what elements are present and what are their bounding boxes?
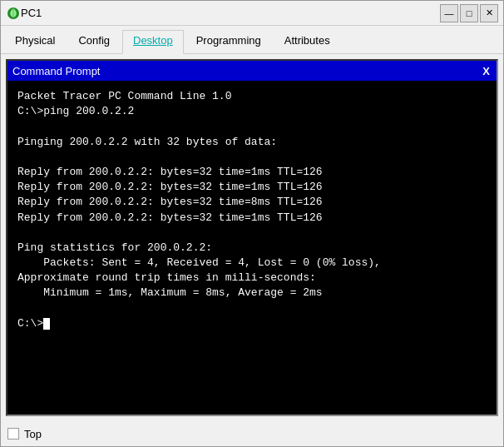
- bottom-bar: Top: [1, 421, 503, 446]
- main-window: PC1 — □ ✕ Physical Config Desktop Progra…: [0, 0, 504, 447]
- cmd-close-button[interactable]: X: [481, 65, 492, 77]
- top-label: Top: [24, 428, 42, 440]
- tab-bar: Physical Config Desktop Programming Attr…: [1, 26, 503, 54]
- cmd-title: Command Prompt: [12, 65, 100, 77]
- maximize-button[interactable]: □: [460, 4, 478, 22]
- command-prompt-container: Command Prompt X Packet Tracer PC Comman…: [6, 59, 498, 416]
- app-icon: [6, 6, 21, 21]
- window-title: PC1: [21, 7, 440, 19]
- window-controls: — □ ✕: [440, 4, 498, 22]
- tab-attributes[interactable]: Attributes: [274, 30, 341, 54]
- main-content: Command Prompt X Packet Tracer PC Comman…: [1, 54, 503, 421]
- tab-config[interactable]: Config: [67, 30, 121, 54]
- tab-desktop[interactable]: Desktop: [122, 30, 184, 54]
- window-close-button[interactable]: ✕: [480, 4, 498, 22]
- cursor: [43, 318, 50, 330]
- top-checkbox[interactable]: [7, 428, 19, 440]
- minimize-button[interactable]: —: [440, 4, 458, 22]
- title-bar: PC1 — □ ✕: [1, 1, 503, 26]
- terminal-output[interactable]: Packet Tracer PC Command Line 1.0 C:\>pi…: [7, 81, 497, 415]
- tab-programming[interactable]: Programming: [185, 30, 272, 54]
- cmd-title-bar: Command Prompt X: [7, 61, 497, 81]
- tab-physical[interactable]: Physical: [4, 30, 66, 54]
